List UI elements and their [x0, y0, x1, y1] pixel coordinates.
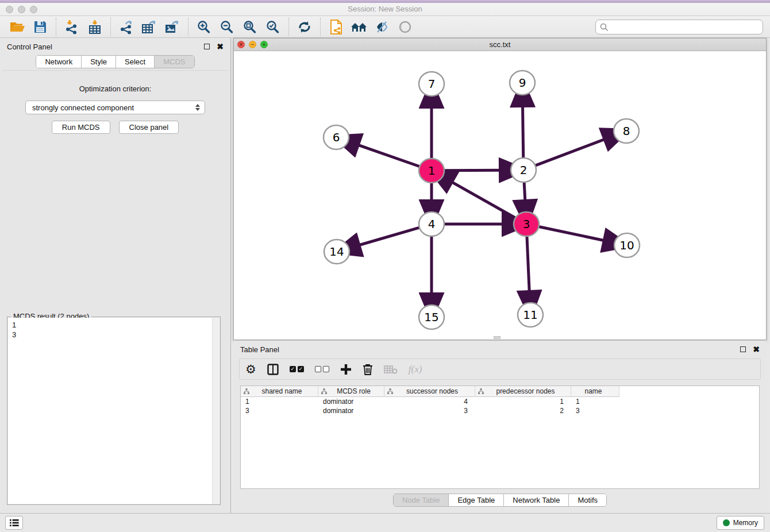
show-all-icon[interactable] [394, 18, 417, 36]
tab-network-table[interactable]: Network Table [503, 494, 568, 506]
zoom-selected-icon[interactable] [261, 18, 284, 36]
node-1[interactable]: 1 [419, 159, 444, 183]
node-2[interactable]: 2 [511, 158, 536, 182]
app-title: Session: New Session [0, 5, 770, 13]
show-column-icon[interactable] [267, 364, 279, 375]
edge-2-8[interactable] [536, 138, 609, 165]
optimization-select[interactable]: strongly connected component [25, 101, 205, 114]
run-mcds-button[interactable]: Run MCDS [52, 121, 110, 134]
export-network-icon[interactable] [115, 18, 138, 36]
node-3[interactable]: 3 [514, 212, 539, 236]
window-resize-handle[interactable] [494, 336, 500, 339]
toolbar-separator [188, 18, 188, 36]
float-table-panel-icon[interactable] [740, 346, 746, 352]
tab-select[interactable]: Select [116, 56, 154, 68]
tab-node-table[interactable]: Node Table [394, 494, 449, 506]
unselect-all-icon[interactable] [315, 366, 329, 372]
result-scrollbar[interactable] [212, 318, 220, 504]
column-header-name[interactable]: name [571, 386, 619, 397]
search-input[interactable] [611, 21, 758, 33]
table-cell: 1 [571, 397, 619, 406]
zoom-in-icon[interactable] [192, 18, 215, 36]
export-image-icon[interactable] [161, 18, 184, 36]
add-column-icon[interactable] [340, 364, 352, 375]
hide-selected-icon[interactable] [371, 18, 394, 36]
column-header-shared-name[interactable]: shared name [241, 386, 318, 397]
node-11[interactable]: 11 [518, 303, 543, 327]
delete-table-icon [384, 365, 398, 374]
control-panel-title: Control Panel [7, 43, 204, 51]
table-cell: 1 [241, 397, 318, 406]
edge-1-6[interactable] [355, 144, 419, 167]
tab-motifs[interactable]: Motifs [568, 494, 606, 506]
memory-button-label: Memory [733, 519, 758, 527]
column-header-successor-nodes[interactable]: successor nodes [384, 386, 475, 397]
optimization-select-value: strongly connected component [32, 103, 195, 112]
select-stepper-icon [195, 104, 200, 111]
attribute-tree-icon [387, 388, 393, 394]
memory-status-icon [723, 519, 730, 526]
network-window-title: scc.txt [234, 40, 766, 49]
mcds-result-text[interactable]: 1 3 [8, 319, 211, 504]
network-graph[interactable]: 7968124314101511 [234, 51, 766, 340]
column-header-MCDS-role[interactable]: MCDS role [318, 386, 384, 397]
search-field[interactable] [595, 20, 763, 34]
edge-2-3[interactable] [524, 183, 525, 205]
edge-3-1[interactable] [449, 180, 515, 218]
close-table-panel-icon[interactable]: ✖ [753, 346, 760, 352]
import-table-icon[interactable] [83, 18, 106, 36]
node-4[interactable]: 4 [419, 212, 444, 236]
task-history-button[interactable] [5, 516, 23, 530]
export-table-icon[interactable] [138, 18, 161, 36]
home-icon[interactable] [348, 18, 371, 36]
clone-network-icon[interactable] [325, 18, 348, 36]
edge-1-2[interactable] [444, 170, 504, 171]
control-panel: Control Panel ✖ NetworkStyleSelectMCDS O… [0, 38, 231, 513]
toolbar-separator [288, 18, 289, 36]
zoom-fit-icon[interactable] [238, 18, 261, 36]
list-icon [10, 519, 19, 527]
tab-style[interactable]: Style [81, 56, 116, 68]
svg-text:1: 1 [428, 164, 436, 178]
memory-button[interactable]: Memory [717, 516, 764, 530]
table-row[interactable]: 3dominator323 [241, 406, 759, 415]
node-6[interactable]: 6 [324, 125, 349, 149]
close-panel-icon[interactable]: ✖ [217, 44, 224, 49]
float-panel-icon[interactable] [204, 44, 210, 49]
node-10[interactable]: 10 [614, 233, 640, 257]
close-panel-button[interactable]: Close panel [119, 121, 179, 134]
node-8[interactable]: 8 [614, 119, 639, 143]
zoom-out-icon[interactable] [215, 18, 238, 36]
node-14[interactable]: 14 [324, 240, 349, 264]
delete-column-icon[interactable] [363, 364, 373, 375]
select-all-icon[interactable]: ✓✓ [290, 366, 304, 372]
node-table[interactable]: shared nameMCDS rolesuccessor nodesprede… [240, 385, 760, 489]
tab-network[interactable]: Network [36, 56, 81, 68]
node-15[interactable]: 15 [419, 305, 444, 329]
settings-gear-icon[interactable]: ⚙ [245, 364, 256, 375]
toolbar-separator [56, 18, 56, 36]
network-window-title-bar[interactable]: × − + scc.txt [234, 38, 766, 51]
node-9[interactable]: 9 [510, 71, 535, 95]
apply-layout-icon[interactable] [293, 18, 316, 36]
save-session-icon[interactable] [29, 18, 52, 36]
edge-2-9[interactable] [522, 102, 523, 157]
window-accent-strip [0, 0, 770, 3]
column-header-predecessor-nodes[interactable]: predecessor nodes [475, 386, 571, 397]
tab-mcds[interactable]: MCDS [154, 56, 194, 68]
tab-edge-table[interactable]: Edge Table [448, 494, 503, 506]
edge-3-10[interactable] [539, 227, 608, 241]
table-row[interactable]: 1dominator411 [241, 397, 759, 406]
network-canvas[interactable]: 7968124314101511 [234, 51, 766, 340]
svg-text:11: 11 [523, 308, 537, 322]
main-toolbar [0, 16, 770, 38]
open-file-icon[interactable] [6, 18, 29, 36]
edge-3-11[interactable] [527, 237, 530, 295]
node-7[interactable]: 7 [419, 72, 444, 96]
optimization-criterion-label: Optimization criterion: [1, 84, 229, 93]
import-network-icon[interactable] [60, 18, 83, 36]
svg-text:15: 15 [424, 310, 438, 324]
table-cell: dominator [318, 397, 384, 406]
edge-4-14[interactable] [356, 228, 419, 246]
workspace: Control Panel ✖ NetworkStyleSelectMCDS O… [0, 38, 770, 513]
